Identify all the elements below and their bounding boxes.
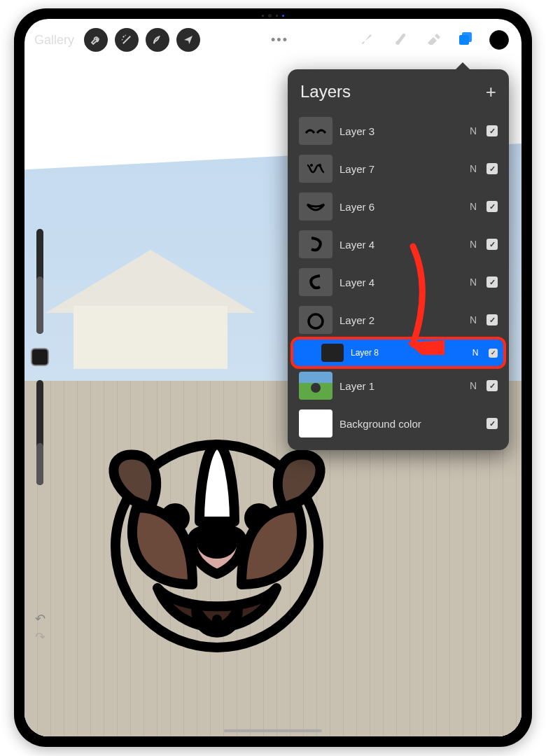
layer-thumbnail [299, 230, 332, 258]
layer-thumbnail [299, 410, 332, 438]
layers-panel-title: Layers [300, 82, 351, 102]
modify-menu-icon[interactable]: ••• [271, 33, 288, 48]
visibility-checkbox[interactable]: ✓ [486, 276, 498, 288]
blend-mode-label[interactable]: N [467, 380, 479, 391]
layers-icon[interactable] [457, 30, 474, 50]
side-controls: ↶ ↷ [27, 229, 52, 645]
layer-name-label: Layer 8 [351, 348, 462, 358]
modify-button[interactable] [31, 348, 49, 366]
layer-name-label: Layer 3 [340, 125, 460, 137]
undo-icon[interactable]: ↶ [35, 611, 46, 626]
layer-thumbnail [299, 268, 332, 296]
app-toolbar: Gallery ••• [31, 24, 514, 55]
brush-icon[interactable] [359, 30, 376, 50]
opacity-slider[interactable] [36, 380, 43, 485]
layer-row-background[interactable]: Background color ✓ [293, 405, 503, 442]
blend-mode-label[interactable]: N [469, 348, 482, 358]
layer-row[interactable]: Layer 6 N ✓ [293, 188, 503, 225]
redo-icon[interactable]: ↷ [35, 629, 46, 645]
wand-icon[interactable] [115, 28, 139, 52]
blend-mode-label[interactable]: N [467, 201, 479, 212]
wrench-icon[interactable] [84, 28, 108, 52]
layer-name-label: Layer 4 [340, 239, 460, 251]
layer-name-label: Background color [340, 418, 460, 430]
visibility-checkbox[interactable]: ✓ [486, 125, 498, 136]
layer-name-label: Layer 4 [340, 276, 460, 288]
layer-row[interactable]: Layer 1 N ✓ [293, 368, 503, 404]
camera-bar [231, 13, 315, 18]
selection-icon[interactable] [146, 28, 169, 52]
gallery-button[interactable]: Gallery [31, 33, 77, 48]
blend-mode-label[interactable]: N [467, 163, 479, 174]
ipad-frame: Gallery ••• [14, 8, 532, 747]
visibility-checkbox[interactable]: ✓ [489, 349, 498, 358]
svg-point-6 [310, 164, 313, 167]
visibility-checkbox[interactable]: ✓ [486, 418, 498, 429]
visibility-checkbox[interactable]: ✓ [486, 163, 498, 174]
dog-lineart [94, 424, 340, 668]
layer-name-label: Layer 1 [340, 380, 460, 392]
home-indicator [224, 729, 322, 732]
layer-thumbnail [299, 192, 332, 220]
visibility-checkbox[interactable]: ✓ [486, 380, 498, 391]
layer-thumbnail [299, 372, 332, 400]
layer-row[interactable]: Layer 4 N ✓ [293, 226, 503, 262]
blend-mode-label[interactable]: N [467, 276, 479, 288]
layer-row[interactable]: Layer 4 N ✓ [293, 264, 503, 300]
blend-mode-label[interactable]: N [467, 314, 479, 326]
svg-point-5 [202, 531, 232, 554]
layer-thumbnail [321, 344, 344, 362]
layer-thumbnail [299, 155, 332, 183]
eraser-icon[interactable] [425, 30, 442, 50]
layer-thumbnail [299, 117, 332, 145]
add-layer-button[interactable]: + [486, 83, 496, 101]
svg-point-7 [318, 164, 321, 167]
layer-name-label: Layer 2 [340, 314, 460, 326]
screen: Gallery ••• [24, 19, 522, 736]
svg-point-8 [309, 314, 323, 328]
brush-size-slider[interactable] [36, 229, 43, 334]
layer-row[interactable]: Layer 7 N ✓ [293, 150, 503, 187]
layer-name-label: Layer 6 [340, 201, 460, 213]
visibility-checkbox[interactable]: ✓ [486, 314, 498, 326]
layer-row[interactable]: Layer 3 N ✓ [293, 113, 503, 149]
smudge-icon[interactable] [391, 29, 410, 50]
visibility-checkbox[interactable]: ✓ [486, 201, 498, 212]
layer-row-selected[interactable]: Layer 8 N ✓ [293, 340, 503, 366]
color-picker-button[interactable] [489, 30, 509, 50]
svg-rect-1 [462, 32, 472, 42]
layers-panel: Layers + Layer 3 N ✓ Layer 7 N ✓ Layer 6… [288, 69, 509, 450]
layer-name-label: Layer 7 [340, 163, 460, 175]
transform-icon[interactable] [176, 28, 200, 52]
layer-thumbnail [299, 306, 332, 334]
blend-mode-label[interactable]: N [467, 125, 479, 136]
blend-mode-label[interactable]: N [467, 239, 479, 250]
layer-row[interactable]: Layer 2 N ✓ [293, 302, 503, 338]
visibility-checkbox[interactable]: ✓ [486, 239, 498, 250]
